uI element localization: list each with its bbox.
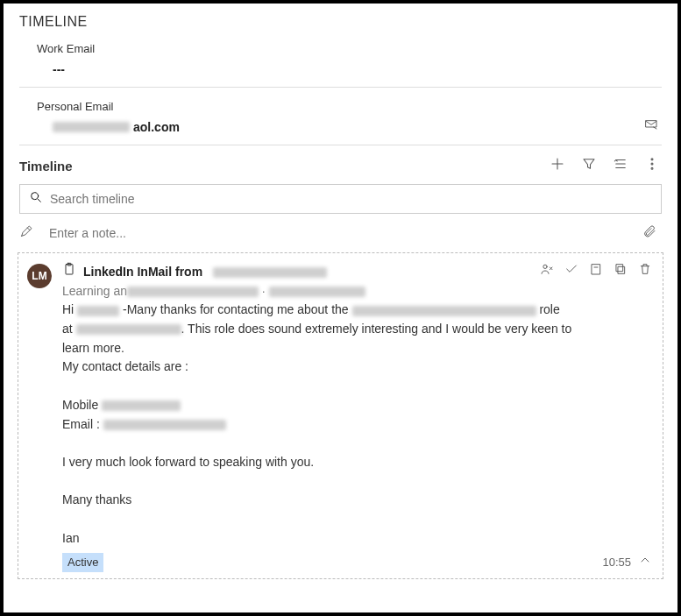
filter-icon[interactable] xyxy=(581,156,597,175)
personal-email-block: Personal Email aol.com xyxy=(16,96,644,145)
complete-icon[interactable] xyxy=(564,262,578,282)
delete-icon[interactable] xyxy=(638,262,652,282)
collapse-icon[interactable] xyxy=(638,553,652,572)
panel-title: TIMELINE xyxy=(19,14,665,30)
pencil-icon xyxy=(19,224,33,242)
svg-point-1 xyxy=(651,163,653,165)
attachment-icon[interactable] xyxy=(642,224,656,242)
svg-point-3 xyxy=(32,193,39,200)
card-title-prefix: LinkedIn InMail from xyxy=(83,265,202,279)
svg-rect-7 xyxy=(592,265,599,274)
svg-rect-9 xyxy=(616,265,622,272)
svg-point-6 xyxy=(543,265,547,268)
search-icon xyxy=(29,190,43,208)
note-input[interactable] xyxy=(49,226,627,240)
personal-email-label: Personal Email xyxy=(37,100,641,113)
clipboard-icon xyxy=(62,262,76,282)
redacted-text xyxy=(53,122,130,132)
avatar: LM xyxy=(27,264,52,288)
personal-email-value[interactable]: aol.com xyxy=(37,120,641,134)
add-icon[interactable] xyxy=(550,156,565,175)
copy-icon[interactable] xyxy=(614,262,628,282)
search-input[interactable] xyxy=(50,192,652,206)
card-subtitle: Learning an · xyxy=(62,282,652,301)
divider xyxy=(19,145,662,145)
svg-point-2 xyxy=(651,167,653,169)
work-email-block: Work Email --- xyxy=(16,39,665,87)
assign-icon[interactable] xyxy=(540,262,554,282)
redacted-text xyxy=(213,267,327,278)
card-message: Hi -Many thanks for contacting me about … xyxy=(62,301,652,548)
divider xyxy=(19,87,662,88)
status-badge[interactable]: Active xyxy=(62,553,103,572)
timeline-section-title: Timeline xyxy=(19,159,73,173)
work-email-label: Work Email xyxy=(37,42,662,55)
search-timeline[interactable] xyxy=(19,184,662,214)
sort-icon[interactable] xyxy=(613,156,628,175)
timeline-card[interactable]: LM LinkedIn InMail from xyxy=(18,252,663,579)
mail-icon[interactable] xyxy=(644,117,665,145)
card-title: LinkedIn InMail from xyxy=(62,262,327,282)
more-icon[interactable] xyxy=(644,156,660,175)
personal-email-suffix: aol.com xyxy=(133,120,180,134)
work-email-value: --- xyxy=(37,62,662,76)
card-time: 10:55 xyxy=(602,554,631,571)
svg-point-0 xyxy=(651,159,653,160)
svg-rect-8 xyxy=(618,266,624,273)
open-icon[interactable] xyxy=(589,262,603,282)
